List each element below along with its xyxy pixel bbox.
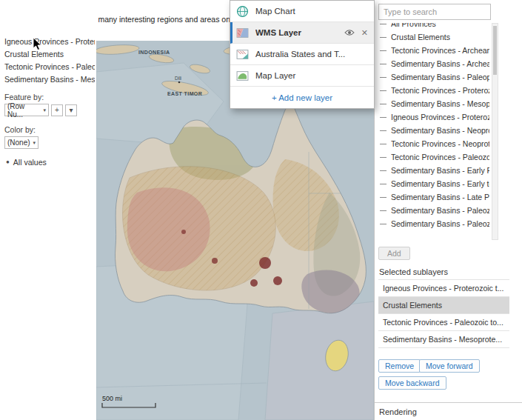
tree-dash-icon [380,157,387,158]
feature-menu-button[interactable]: ▾ [65,104,77,116]
scrollbar-thumb[interactable] [493,26,497,75]
app-root: INDONESIA Dili EAST TIMOR 500 mi Austral… [0,0,522,420]
available-sublayer-item[interactable]: Tectonic Provinces - Paleozoic t... [378,150,489,164]
dili-marker [178,81,181,84]
wms-settings-panel: All Provinces Crustal Elements Tectonic … [374,0,522,420]
available-sublayer-item[interactable]: Sedimentary Basins - Mesoprot... [378,97,489,110]
available-sublayer-item[interactable]: Tectonic Provinces - Neoproter... [378,137,489,150]
selected-sublayer-item[interactable]: Crustal Elements [378,297,509,314]
available-sublayer-item[interactable]: Sedimentary Basins - Paleoprot... [378,70,489,84]
available-sublayer-item[interactable]: Tectonic Provinces - Archean to... [378,44,489,57]
layer-label: Australia States and T... [255,50,368,59]
remove-button[interactable]: Remove [378,359,421,373]
tree-dash-icon [380,210,387,211]
available-sublayer-item[interactable]: Igneous Provinces - Proterozoi... [378,110,489,124]
tree-dash-icon [380,144,387,144]
layer-label: Map Layer [255,71,368,80]
legend-item-crustal[interactable]: Crustal Elements [4,50,95,59]
available-sublayer-item[interactable]: Sedimentary Basins - Archean t... [378,57,489,70]
color-by-label: Color by: [4,125,96,134]
selected-sublayer-item[interactable]: Igneous Provinces - Proterozoic t... [378,280,509,297]
eye-icon[interactable] [344,29,355,36]
layer-row-australia-states[interactable]: Australia States and T... [230,44,374,65]
globe-icon [236,5,249,18]
available-sublayer-item[interactable]: Sedimentary Basins - Early to L... [378,177,489,190]
search-input[interactable] [378,4,491,20]
all-values-row[interactable]: ● All values [6,158,96,167]
available-sublayer-item[interactable]: Sedimentary Basins - Late Pale... [378,190,489,204]
tree-dash-icon [380,77,387,78]
add-feature-button[interactable]: + [51,104,63,116]
legend-item-tectonic[interactable]: Tectonic Provinces - Paleo [4,62,95,71]
tree-dash-icon [380,197,387,198]
all-values-label: All values [13,158,47,167]
selected-sublayers-list: Igneous Provinces - Proterozoic t... Cru… [378,279,509,348]
available-sublayer-item[interactable]: Sedimentary Basins - Early Pal... [378,164,489,177]
scale-label: 500 mi [102,395,122,402]
close-icon[interactable]: ✕ [361,28,368,38]
legend-item-sedimentary[interactable]: Sedimentary Basins - Meso [4,75,95,84]
layer-row-map-layer[interactable]: Map Layer [230,65,374,87]
feature-by-select[interactable]: (Row Nu... ▾ [4,104,49,116]
legend-item-igneous[interactable]: Igneous Provinces - Proter [4,37,95,46]
dili-label: Dili [175,76,181,81]
chevron-down-icon: ▾ [33,140,36,146]
tree-dash-icon [380,64,387,64]
available-sublayer-item[interactable]: Tectonic Provinces - Proterozoic [378,84,489,97]
bullet-icon: ● [6,159,10,165]
tree-dash-icon [380,170,387,171]
east-timor-label: EAST TIMOR [167,91,202,96]
tree-dash-icon [380,90,387,91]
legend-panel: Igneous Provinces - Proter Crustal Eleme… [0,0,96,420]
available-sublayer-item[interactable]: Sedimentary Basins - Paleozoic... [378,204,489,217]
selected-sublayer-item[interactable]: Sedimentary Basins - Mesoprote... [378,331,509,348]
wms-layer-icon [236,27,249,39]
selected-sublayers-header: Selected sublayers [379,267,448,276]
list-scrollbar[interactable] [492,23,498,240]
layer-row-map-chart[interactable]: Map Chart [230,1,374,22]
available-sublayer-item[interactable]: Sedimentary Basins - Neoprote... [378,124,489,137]
layers-popup: Map Chart WMS Layer ✕ [230,0,375,109]
layer-row-wms[interactable]: WMS Layer ✕ [230,22,374,44]
mouse-cursor-icon [33,37,42,51]
available-sublayer-item[interactable]: Crustal Elements [378,30,489,44]
chevron-down-icon: ▾ [43,107,46,113]
tree-dash-icon [380,117,387,118]
layer-label: WMS Layer [255,28,344,37]
available-sublayer-item[interactable]: All Provinces [378,23,489,30]
rendering-section-header: Rendering [375,402,522,416]
layer-label: Map Chart [255,7,368,16]
color-by-value: (None) [7,139,30,147]
feature-by-label: Feature by: [4,93,96,101]
map-layer-icon [236,70,249,82]
tree-dash-icon [380,104,387,104]
selected-sublayer-item[interactable]: Tectonic Provinces - Paleozoic to... [378,314,509,331]
tree-dash-icon [380,130,387,131]
feature-by-value: (Row Nu... [7,102,41,119]
color-by-select[interactable]: (None) ▾ [4,136,39,149]
available-sublayer-item[interactable]: Sedimentary Basins - Paleozoic... [378,217,489,230]
add-new-layer-link[interactable]: + Add new layer [230,87,374,108]
tree-dash-icon [380,224,387,224]
add-sublayer-button[interactable]: Add [378,247,410,260]
tree-dash-icon [380,37,387,38]
move-backward-button[interactable]: Move backward [378,376,446,390]
tree-dash-icon [380,24,387,24]
feature-layer-icon [236,48,249,61]
indonesia-label: INDONESIA [138,50,170,55]
available-sublayers-list: All Provinces Crustal Elements Tectonic … [378,23,498,240]
tree-dash-icon [380,184,387,184]
tree-dash-icon [380,50,387,51]
move-forward-button[interactable]: Move forward [419,359,480,373]
